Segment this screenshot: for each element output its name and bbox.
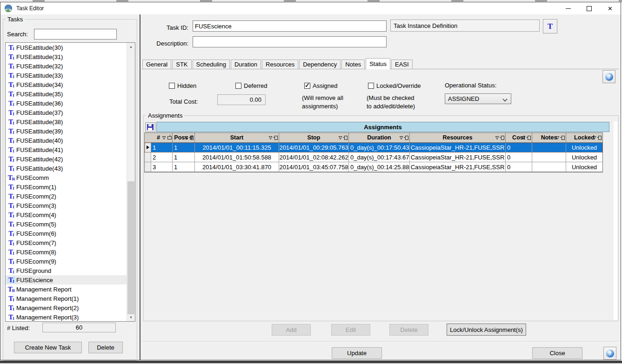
pin-icon[interactable]: [405, 136, 408, 140]
tab-stk[interactable]: STK: [172, 60, 191, 69]
help-icon: ?: [606, 350, 614, 357]
tab-easi[interactable]: EASI: [391, 60, 413, 69]
tab-resources[interactable]: Resources: [262, 60, 298, 69]
list-item[interactable]: TIFUSEcomm(1): [6, 182, 127, 192]
pin-icon[interactable]: [344, 136, 348, 140]
tab-duration[interactable]: Duration: [231, 60, 261, 69]
tab-dependency[interactable]: Dependency: [299, 60, 341, 69]
column-header-poss-number[interactable]: Poss #▽: [173, 133, 195, 143]
list-item[interactable]: TIFUSEattitude(38): [6, 117, 127, 126]
pin-icon[interactable]: [598, 136, 602, 140]
filter-icon[interactable]: ▽: [556, 135, 559, 140]
table-scrollbar-track[interactable]: [614, 121, 617, 320]
hidden-checkbox[interactable]: Hidden: [169, 82, 196, 89]
list-item[interactable]: TIFUSEground: [6, 266, 127, 275]
list-item[interactable]: TIFUSEcomm(6): [6, 229, 127, 238]
filter-icon[interactable]: ▽: [162, 135, 166, 140]
list-item[interactable]: TIFUSEcomm(4): [6, 210, 127, 219]
column-header-stop[interactable]: Stop▽: [279, 133, 349, 143]
locked-override-checkbox[interactable]: Locked/Override: [368, 82, 421, 89]
list-item[interactable]: TIFUSEattitude(30): [6, 43, 127, 52]
update-button[interactable]: Update: [332, 347, 382, 359]
list-item[interactable]: TIFUSEattitude(35): [6, 89, 127, 99]
tab-status[interactable]: Status: [366, 58, 390, 69]
list-item[interactable]: TIFUSEattitude(43): [6, 164, 127, 173]
list-item[interactable]: TIFUSEattitude(34): [6, 80, 127, 89]
delete-task-button[interactable]: Delete: [88, 342, 123, 353]
filter-icon[interactable]: ▽: [400, 135, 403, 140]
filter-icon[interactable]: ▽: [339, 135, 342, 140]
list-item[interactable]: TIFUSEattitude(37): [6, 108, 127, 117]
list-item[interactable]: TIFUSEattitude(32): [6, 61, 127, 71]
list-item[interactable]: TIManagement Report(3): [6, 312, 127, 321]
list-item[interactable]: TIManagement Report(2): [6, 303, 127, 312]
task-label: Management Report: [16, 286, 72, 293]
table-row[interactable]: 312014/01/01_03:30:41.8702014/01/01_03:4…: [145, 162, 602, 172]
list-item[interactable]: TIFUSEattitude(36): [6, 99, 127, 108]
delete-assignment-button[interactable]: Delete: [389, 324, 428, 336]
column-header-duration[interactable]: Duration▽: [349, 133, 410, 143]
pin-icon[interactable]: [190, 136, 194, 140]
list-item[interactable]: TIFUSEattitude(33): [6, 71, 127, 80]
filter-icon[interactable]: ▽: [269, 135, 272, 140]
list-item[interactable]: TIFUSEcomm(3): [6, 201, 127, 210]
column-header-locked[interactable]: Locked▽: [566, 133, 602, 143]
list-item[interactable]: TIFUSEcomm(7): [6, 238, 127, 247]
list-item[interactable]: TRFUSEcomm: [6, 173, 127, 182]
maximize-button[interactable]: [579, 2, 600, 14]
column-header-start[interactable]: Start▽: [195, 133, 279, 143]
deferred-checkbox[interactable]: Deferred: [235, 82, 268, 89]
add-assignment-button[interactable]: Add: [272, 324, 311, 336]
tab-notes[interactable]: Notes: [341, 60, 365, 69]
assigned-checkbox[interactable]: Assigned: [304, 82, 337, 89]
scrollbar-thumb[interactable]: [127, 181, 134, 314]
list-item[interactable]: TIFUSEcomm(2): [6, 192, 127, 201]
tab-scheduling[interactable]: Scheduling: [193, 60, 230, 69]
operational-status-select[interactable]: ASSIGNED: [445, 93, 511, 104]
list-item[interactable]: TIFUSEscience: [6, 275, 127, 285]
lock-unlock-assignments-button[interactable]: Lock/Unlock Assignment(s): [447, 324, 526, 336]
pin-icon[interactable]: [562, 136, 565, 140]
list-item[interactable]: TIManagement Report(1): [6, 294, 127, 303]
list-item[interactable]: TIFUSEattitude(39): [6, 126, 127, 136]
list-item[interactable]: TIFUSEattitude(40): [6, 136, 127, 145]
close-dialog-button[interactable]: Close: [532, 347, 582, 359]
status-help-button[interactable]: ?: [602, 70, 615, 83]
pin-icon[interactable]: [167, 136, 172, 139]
pin-icon[interactable]: [501, 136, 504, 140]
list-item[interactable]: TIFUSEattitude(42): [6, 154, 127, 164]
column-header-cost[interactable]: Cost▽: [506, 133, 532, 143]
list-item[interactable]: TIFUSEattitude(41): [6, 145, 127, 154]
table-row[interactable]: 112014/01/01_00:11:15.3252014/01/01_00:2…: [145, 143, 602, 152]
list-item[interactable]: TIFUSEattitude(31): [6, 52, 127, 61]
list-item[interactable]: TIFUSEcomm(9): [6, 257, 127, 266]
minimize-button[interactable]: [558, 2, 579, 14]
task-id-input[interactable]: [193, 20, 387, 32]
tab-general[interactable]: General: [142, 60, 171, 69]
scroll-down-icon[interactable]: ▼: [127, 313, 135, 321]
dialog-help-button[interactable]: ?: [603, 347, 616, 360]
pin-icon[interactable]: [528, 136, 531, 140]
task-type-button[interactable]: T: [543, 19, 557, 33]
column-header-resources[interactable]: Resources▽: [410, 133, 506, 143]
save-table-button[interactable]: [145, 122, 155, 132]
filter-icon[interactable]: ▽: [593, 135, 596, 140]
edit-assignment-button[interactable]: Edit: [331, 324, 370, 336]
search-input[interactable]: [34, 29, 117, 40]
table-row[interactable]: 212014/01/01_01:50:58.5882014/01/01_02:0…: [145, 152, 602, 162]
filter-icon[interactable]: ▽: [522, 135, 525, 140]
create-new-task-button[interactable]: Create New Task: [14, 342, 82, 353]
list-item[interactable]: TIFUSEcomm(8): [6, 247, 127, 257]
panel-splitter[interactable]: [138, 14, 142, 360]
filter-icon[interactable]: ▽: [185, 135, 188, 140]
column-header-notes[interactable]: Notes▽: [532, 133, 566, 143]
close-button[interactable]: ✕: [600, 2, 621, 14]
description-input[interactable]: [193, 36, 387, 47]
column-header-row-number[interactable]: #▽: [145, 133, 173, 143]
scroll-up-icon[interactable]: ▲: [127, 43, 135, 51]
list-item[interactable]: TRManagement Report: [6, 285, 127, 294]
task-list-scrollbar[interactable]: ▲ ▼: [127, 43, 135, 321]
filter-icon[interactable]: ▽: [495, 135, 499, 140]
list-item[interactable]: TIFUSEcomm(5): [6, 219, 127, 229]
pin-icon[interactable]: [274, 136, 278, 140]
